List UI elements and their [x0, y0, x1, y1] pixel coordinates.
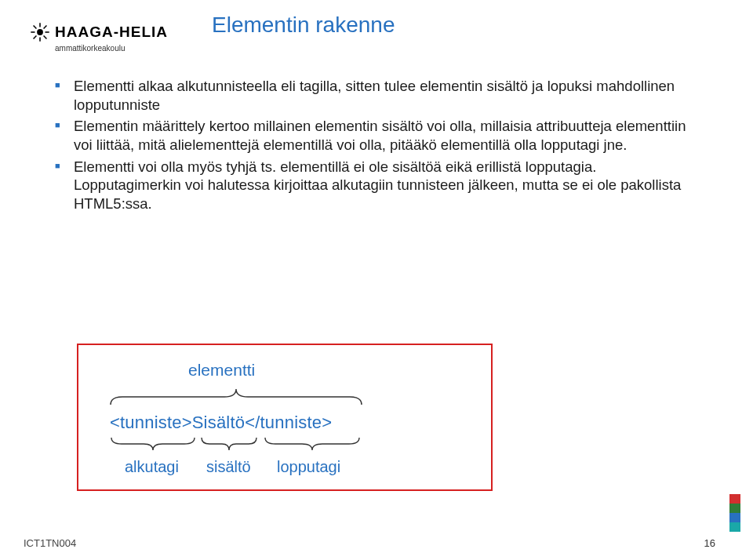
svg-line-6 — [44, 36, 47, 39]
page-number: 16 — [704, 537, 715, 549]
bullet-list: Elementti alkaa alkutunnisteella eli tag… — [55, 77, 698, 216]
brace-top — [107, 386, 366, 408]
label-start-tag: alkutagi — [125, 458, 179, 476]
logo-name: HAAGA-HELIA — [55, 24, 168, 41]
brace-content — [198, 435, 260, 453]
diagram-top-label: elementti — [188, 361, 255, 380]
label-content: sisältö — [206, 458, 251, 476]
brace-start-tag — [107, 435, 198, 453]
svg-line-5 — [34, 26, 37, 29]
svg-point-0 — [37, 29, 43, 35]
diagram-code: <tunniste>Sisältö</tunniste> — [110, 413, 332, 433]
palette-icon — [729, 494, 740, 532]
brand-logo: HAAGA-HELIA ammattikorkeakoulu — [30, 22, 171, 53]
list-item: Elementti alkaa alkutunnisteella eli tag… — [55, 77, 698, 114]
palette-swatch — [729, 494, 740, 504]
list-item: Elementin määrittely kertoo millainen el… — [55, 117, 698, 154]
palette-swatch — [729, 513, 740, 522]
course-code: ICT1TN004 — [24, 537, 76, 549]
svg-line-8 — [34, 36, 37, 39]
logo-subtitle: ammattikorkeakoulu — [55, 44, 171, 53]
list-item: Elementti voi olla myös tyhjä ts. elemen… — [55, 158, 698, 213]
palette-swatch — [729, 522, 740, 532]
logo-top-row: HAAGA-HELIA — [30, 22, 171, 42]
slide-title: Elementin rakenne — [212, 13, 395, 38]
label-end-tag: lopputagi — [277, 458, 340, 476]
palette-swatch — [729, 504, 740, 513]
svg-line-7 — [44, 26, 47, 29]
brace-end-tag — [261, 435, 363, 453]
sun-icon — [30, 22, 50, 42]
